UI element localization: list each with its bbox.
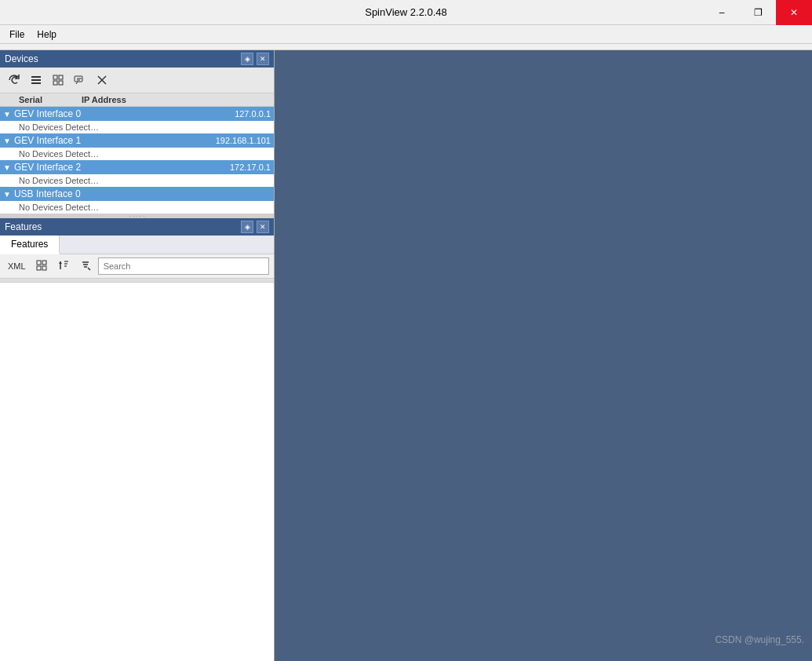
restore-button[interactable]: ❐ [740, 0, 776, 25]
gev2-no-devices: No Devices Detect… [0, 174, 274, 187]
svg-rect-4 [59, 75, 63, 79]
devices-tree: Serial IP Address ▼ GEV Interface 0 127.… [0, 93, 274, 214]
svg-rect-1 [31, 79, 41, 81]
features-header-controls: ◈ ✕ [241, 221, 269, 233]
devices-header-controls: ◈ ✕ [241, 53, 269, 65]
minimize-button[interactable]: – [704, 0, 740, 25]
svg-rect-11 [42, 261, 46, 265]
svg-rect-12 [37, 266, 41, 270]
filter-button[interactable] [76, 257, 95, 275]
svg-rect-6 [59, 81, 63, 85]
svg-rect-0 [31, 76, 41, 78]
tree-header: Serial IP Address [0, 93, 274, 107]
close-devices-button[interactable] [93, 71, 111, 89]
right-panel: CSDN @wujing_555. [275, 50, 812, 661]
interface-gev0-ip: 127.0.0.1 [235, 109, 271, 119]
watermark: CSDN @wujing_555. [715, 634, 804, 645]
col-ip: IP Address [82, 95, 271, 104]
svg-rect-10 [37, 261, 41, 265]
features-tabs: Features [0, 236, 274, 254]
devices-header: Devices ◈ ✕ [0, 50, 274, 68]
interface-gev1[interactable]: ▼ GEV Interface 1 192.168.1.101 [0, 133, 274, 148]
toolbar-strip [0, 44, 812, 50]
features-content [0, 283, 274, 661]
list-view-button[interactable] [27, 71, 46, 89]
interface-gev0-name: GEV Interface 0 [14, 108, 228, 119]
svg-rect-13 [42, 266, 46, 270]
arrow-usb0: ▼ [3, 190, 11, 199]
tab-features[interactable]: Features [0, 236, 60, 254]
info-button[interactable] [71, 71, 89, 89]
interface-gev1-name: GEV Interface 1 [14, 135, 209, 146]
features-header: Features ◈ ✕ [0, 218, 274, 236]
left-panel: Devices ◈ ✕ [0, 50, 275, 661]
gev1-no-devices: No Devices Detect… [0, 148, 274, 160]
interface-usb0[interactable]: ▼ USB Interface 0 [0, 187, 274, 201]
devices-header-btn1[interactable]: ◈ [241, 53, 253, 65]
interface-gev2-ip: 172.17.0.1 [230, 163, 271, 172]
interface-gev0[interactable]: ▼ GEV Interface 0 127.0.0.1 [0, 107, 274, 121]
svg-rect-5 [53, 81, 57, 85]
menu-help[interactable]: Help [31, 27, 63, 42]
refresh-button[interactable] [5, 71, 24, 89]
arrow-gev0: ▼ [3, 110, 11, 119]
arrow-gev2: ▼ [3, 163, 11, 172]
arrow-gev1: ▼ [3, 137, 11, 145]
main-layout: Devices ◈ ✕ [0, 50, 812, 661]
xml-button[interactable]: XML [5, 260, 29, 272]
svg-rect-3 [53, 75, 57, 79]
gev0-no-devices: No Devices Detect… [0, 121, 274, 133]
grid-view-button[interactable] [49, 71, 67, 89]
col-serial: Serial [19, 95, 82, 104]
menu-file[interactable]: File [3, 27, 31, 42]
features-header-btn2[interactable]: ✕ [257, 221, 269, 233]
titlebar-controls: – ❐ ✕ [704, 0, 812, 24]
devices-title: Devices [5, 53, 38, 64]
interface-gev1-ip: 192.168.1.101 [216, 136, 271, 145]
devices-toolbar [0, 68, 274, 93]
interface-usb0-name: USB Interface 0 [14, 188, 264, 199]
features-section: Features ◈ ✕ Features XML [0, 218, 274, 661]
svg-line-21 [88, 268, 90, 270]
interface-gev2-name: GEV Interface 2 [14, 162, 224, 173]
menubar: File Help [0, 25, 812, 44]
sort-button[interactable] [54, 257, 73, 275]
interface-gev2[interactable]: ▼ GEV Interface 2 172.17.0.1 [0, 160, 274, 174]
search-input[interactable] [98, 257, 269, 275]
devices-header-btn2[interactable]: ✕ [257, 53, 269, 65]
features-toolbar: XML [0, 254, 274, 279]
devices-section: Devices ◈ ✕ [0, 50, 274, 214]
features-title: Features [5, 221, 42, 232]
expand-button[interactable] [32, 257, 51, 275]
titlebar-title: SpinView 2.2.0.48 [365, 6, 447, 18]
close-button[interactable]: ✕ [776, 0, 812, 25]
svg-rect-2 [31, 82, 41, 84]
features-header-btn1[interactable]: ◈ [241, 221, 253, 233]
titlebar: SpinView 2.2.0.48 – ❐ ✕ [0, 0, 812, 25]
